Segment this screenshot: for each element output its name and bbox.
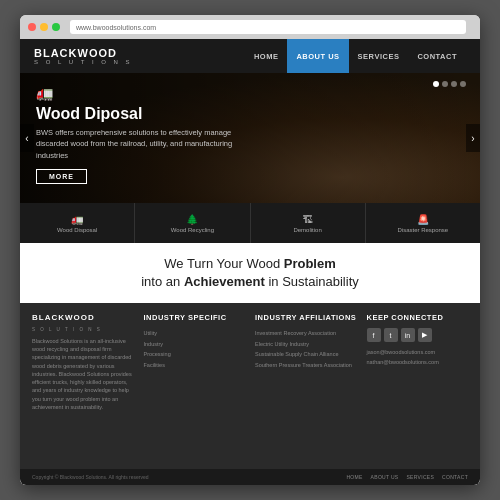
- footer-industry-utility[interactable]: Utility: [144, 328, 246, 338]
- hero-content: 🚛 Wood Diposal BWS offers comprehensive …: [20, 73, 480, 196]
- thumb-icon-3: 🚨: [417, 214, 429, 225]
- twitter-icon[interactable]: t: [384, 328, 398, 342]
- thumb-demolition[interactable]: 🏗 Demolition: [251, 203, 366, 243]
- slider-dot-1[interactable]: [433, 81, 439, 87]
- footer-col-industry: INDUSTRY SPECIFIC Utility Industry Proce…: [144, 313, 246, 463]
- thumb-label-3: Disaster Response: [398, 227, 449, 233]
- maximize-dot[interactable]: [52, 23, 60, 31]
- footer-affil-spta[interactable]: Southern Pressure Treaters Association: [255, 360, 357, 370]
- tagline-line3: in Sustainability: [265, 274, 359, 289]
- footer-logo-brand: BLACKWOOD: [32, 313, 134, 323]
- bottom-nav-home[interactable]: HOME: [346, 474, 362, 480]
- logo-sub: S O L U T I O N S: [34, 59, 133, 65]
- bottom-bar: Copyright © Blackwood Solutions. All rig…: [20, 469, 480, 485]
- thumb-wood-recycling[interactable]: 🌲 Wood Recycling: [135, 203, 250, 243]
- thumbnail-bar: 🚛 Wood Disposal 🌲 Wood Recycling 🏗 Demol…: [20, 203, 480, 243]
- footer-affil-ira[interactable]: Investment Recovery Association: [255, 328, 357, 338]
- nav-menu: HOME ABOUT US SERVICES CONTACT: [245, 39, 466, 73]
- youtube-icon[interactable]: ▶: [418, 328, 432, 342]
- footer-industry-processing[interactable]: Processing: [144, 349, 246, 359]
- slider-prev-arrow[interactable]: ‹: [20, 124, 34, 152]
- bottom-nav-about[interactable]: ABOUT US: [371, 474, 399, 480]
- nav-services[interactable]: SERVICES: [349, 39, 409, 73]
- footer-section: BLACKWOOD S O L U T I O N S Blackwood So…: [20, 303, 480, 469]
- footer-email-1[interactable]: jason@bwoodsolutions.com: [367, 348, 469, 358]
- hero-cta-button[interactable]: MORE: [36, 169, 87, 184]
- footer-industry-facilities[interactable]: Facilities: [144, 360, 246, 370]
- thumb-icon-0: 🚛: [71, 214, 83, 225]
- facebook-icon[interactable]: f: [367, 328, 381, 342]
- tagline-bold1: Problem: [284, 256, 336, 271]
- nav-about[interactable]: ABOUT US: [287, 39, 348, 73]
- thumb-icon-2: 🏗: [303, 214, 313, 225]
- tagline-section: We Turn Your Wood Problem into an Achiev…: [20, 243, 480, 303]
- hero-title: Wood Diposal: [36, 105, 464, 123]
- footer-affiliations-title: INDUSTRY AFFILIATIONS: [255, 313, 357, 322]
- copyright-text: Copyright © Blackwood Solutions. All rig…: [32, 474, 149, 480]
- footer-logo-sub: S O L U T I O N S: [32, 327, 134, 332]
- bottom-nav: HOME ABOUT US SERVICES CONTACT: [346, 474, 468, 480]
- close-dot[interactable]: [28, 23, 36, 31]
- slider-dot-2[interactable]: [442, 81, 448, 87]
- footer-email-2[interactable]: nathan@bwoodsolutions.com: [367, 358, 469, 368]
- tagline-text: We Turn Your Wood Problem into an Achiev…: [40, 255, 460, 291]
- browser-window: www.bwoodsolutions.com BLACKWOOD S O L U…: [20, 15, 480, 485]
- tagline-bold2: Achievement: [184, 274, 265, 289]
- footer-industry-industry[interactable]: Industry: [144, 339, 246, 349]
- tagline-line1: We Turn Your Wood: [164, 256, 283, 271]
- thumb-disaster-response[interactable]: 🚨 Disaster Response: [366, 203, 480, 243]
- site-header: BLACKWOOD S O L U T I O N S HOME ABOUT U…: [20, 39, 480, 73]
- nav-home[interactable]: HOME: [245, 39, 288, 73]
- minimize-dot[interactable]: [40, 23, 48, 31]
- browser-toolbar: www.bwoodsolutions.com: [20, 15, 480, 39]
- footer-industry-title: INDUSTRY SPECIFIC: [144, 313, 246, 322]
- tagline-line2: into an: [141, 274, 184, 289]
- thumb-label-0: Wood Disposal: [57, 227, 97, 233]
- url-text: www.bwoodsolutions.com: [76, 24, 156, 31]
- footer-affil-eui[interactable]: Electric Utility Industry: [255, 339, 357, 349]
- hero-icon-area: 🚛: [36, 85, 464, 101]
- logo-brand: BLACKWOOD: [34, 47, 133, 59]
- website: BLACKWOOD S O L U T I O N S HOME ABOUT U…: [20, 39, 480, 485]
- hero-description: BWS offers comprehensive solutions to ef…: [36, 127, 236, 161]
- bottom-nav-services[interactable]: SERVICES: [406, 474, 434, 480]
- slider-next-arrow[interactable]: ›: [466, 124, 480, 152]
- site-logo: BLACKWOOD S O L U T I O N S: [34, 47, 133, 65]
- linkedin-icon[interactable]: in: [401, 328, 415, 342]
- footer-connect-title: KEEP CONNECTED: [367, 313, 469, 322]
- footer-social-icons: f t in ▶: [367, 328, 469, 342]
- footer-col-connect: KEEP CONNECTED f t in ▶ jason@bwoodsolut…: [367, 313, 469, 463]
- bottom-nav-contact[interactable]: CONTACT: [442, 474, 468, 480]
- nav-contact[interactable]: CONTACT: [408, 39, 466, 73]
- slider-dot-4[interactable]: [460, 81, 466, 87]
- thumb-label-2: Demolition: [293, 227, 321, 233]
- hero-slider: 🚛 Wood Diposal BWS offers comprehensive …: [20, 73, 480, 203]
- footer-col-logo: BLACKWOOD S O L U T I O N S Blackwood So…: [32, 313, 134, 463]
- footer-about-text: Blackwood Solutions is an all-inclusive …: [32, 337, 134, 411]
- thumb-label-1: Wood Recycling: [171, 227, 214, 233]
- footer-affil-ssca[interactable]: Sustainable Supply Chain Alliance: [255, 349, 357, 359]
- browser-content: BLACKWOOD S O L U T I O N S HOME ABOUT U…: [20, 39, 480, 485]
- slider-dots: [433, 81, 466, 87]
- thumb-icon-1: 🌲: [186, 214, 198, 225]
- address-bar[interactable]: www.bwoodsolutions.com: [70, 20, 466, 34]
- slider-dot-3[interactable]: [451, 81, 457, 87]
- thumb-wood-disposal[interactable]: 🚛 Wood Disposal: [20, 203, 135, 243]
- footer-col-affiliations: INDUSTRY AFFILIATIONS Investment Recover…: [255, 313, 357, 463]
- truck-icon: 🚛: [36, 85, 53, 101]
